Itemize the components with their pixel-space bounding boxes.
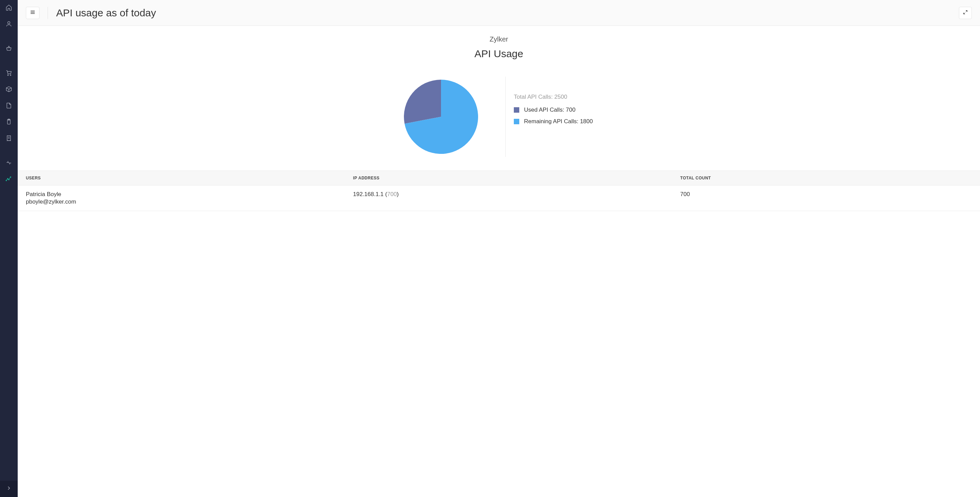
user-name: Patricia Boyle xyxy=(26,191,61,198)
basket-icon xyxy=(5,45,12,53)
col-header-count: TOTAL COUNT xyxy=(672,171,980,186)
sidebar-item-basket[interactable] xyxy=(0,41,18,57)
svg-point-1 xyxy=(8,75,8,76)
svg-point-0 xyxy=(8,21,10,24)
sidebar-item-receipt[interactable] xyxy=(0,131,18,147)
user-email: pboyle@zylker.com xyxy=(26,199,337,205)
table-row: Patricia Boylepboyle@zylker.com192.168.1… xyxy=(18,186,980,211)
expand-icon xyxy=(963,10,968,16)
sidebar-gap xyxy=(0,33,18,41)
sidebar-item-home[interactable] xyxy=(0,0,18,16)
hamburger-icon xyxy=(30,9,36,16)
sidebar-item-file[interactable] xyxy=(0,98,18,115)
home-icon xyxy=(5,4,12,12)
divider xyxy=(48,7,48,19)
ip-count: 700 xyxy=(387,191,397,198)
topbar: API usage as of today xyxy=(18,0,980,26)
sidebar-item-user[interactable] xyxy=(0,16,18,33)
cart-icon xyxy=(5,69,12,78)
legend-swatch xyxy=(514,107,519,113)
org-name: Zylker xyxy=(490,35,508,43)
legend-item: Remaining API Calls: 1800 xyxy=(514,118,594,125)
sidebar-item-analytics[interactable] xyxy=(0,172,18,188)
legend-total: Total API Calls: 2500 xyxy=(514,94,594,100)
fullscreen-button[interactable] xyxy=(959,7,972,19)
usage-table: USERS IP ADDRESS TOTAL COUNT Patricia Bo… xyxy=(18,170,980,211)
ip-value: 192.168.1.1 xyxy=(353,191,385,198)
cell-user: Patricia Boylepboyle@zylker.com xyxy=(18,186,345,211)
chart-section: Zylker API Usage Total API Calls: 2500 U… xyxy=(18,26,980,170)
legend-swatch xyxy=(514,119,519,124)
content: Zylker API Usage Total API Calls: 2500 U… xyxy=(18,26,980,497)
chevron-right-icon xyxy=(6,485,12,492)
clipboard-icon xyxy=(5,118,12,127)
sidebar-gap-2 xyxy=(0,57,18,65)
user-icon xyxy=(5,21,12,29)
col-header-users: USERS xyxy=(18,171,345,186)
sidebar-item-package[interactable] xyxy=(0,82,18,98)
analytics-icon xyxy=(5,176,12,184)
sidebar-item-clipboard[interactable] xyxy=(0,115,18,131)
sidebar-items xyxy=(0,0,18,188)
col-header-ip: IP ADDRESS xyxy=(345,171,672,186)
main: API usage as of today Zylker API Usage T… xyxy=(18,0,980,497)
cell-ip: 192.168.1.1 (700) xyxy=(345,186,672,211)
page-title: API usage as of today xyxy=(56,7,156,19)
sidebar-item-integration[interactable] xyxy=(0,155,18,172)
chart-title: API Usage xyxy=(474,48,523,60)
svg-point-2 xyxy=(10,75,11,76)
cell-total-count: 700 xyxy=(672,186,980,211)
file-icon xyxy=(5,102,12,110)
table-header-row: USERS IP ADDRESS TOTAL COUNT xyxy=(18,171,980,186)
integration-icon xyxy=(5,159,12,167)
sidebar-gap-3 xyxy=(0,147,18,155)
legend-label: Used API Calls: 700 xyxy=(524,107,576,113)
legend-label: Remaining API Calls: 1800 xyxy=(524,118,593,125)
pie-slice xyxy=(404,80,441,124)
sidebar-item-cart[interactable] xyxy=(0,65,18,82)
receipt-icon xyxy=(5,135,12,143)
svg-point-5 xyxy=(6,180,7,181)
menu-button[interactable] xyxy=(26,7,40,19)
package-icon xyxy=(5,86,12,94)
sidebar-expand[interactable] xyxy=(0,481,18,497)
legend-item: Used API Calls: 700 xyxy=(514,107,594,113)
sidebar xyxy=(0,0,18,497)
chart-row: Total API Calls: 2500 Used API Calls: 70… xyxy=(404,76,594,157)
pie-chart xyxy=(404,80,478,154)
legend: Total API Calls: 2500 Used API Calls: 70… xyxy=(505,76,594,157)
